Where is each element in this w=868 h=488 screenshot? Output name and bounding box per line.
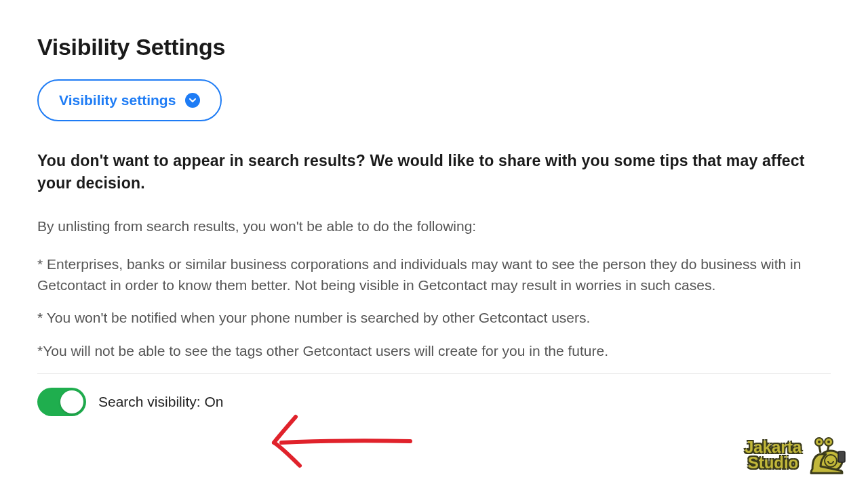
toggle-label-prefix: Search visibility: bbox=[98, 394, 204, 409]
search-visibility-toggle[interactable] bbox=[37, 388, 86, 416]
bullet-1: * Enterprises, banks or similar business… bbox=[37, 254, 831, 296]
watermark-text: Jakarta Studio bbox=[745, 440, 802, 471]
section-divider bbox=[37, 373, 831, 374]
prompt-heading: You don't want to appear in search resul… bbox=[37, 150, 831, 195]
chevron-down-icon bbox=[185, 93, 200, 108]
svg-point-1 bbox=[818, 441, 821, 443]
visibility-settings-dropdown[interactable]: Visibility settings bbox=[37, 79, 222, 121]
snail-mascot-icon bbox=[807, 435, 848, 476]
toggle-status: On bbox=[204, 394, 223, 409]
dropdown-label: Visibility settings bbox=[59, 92, 176, 108]
svg-point-3 bbox=[827, 441, 830, 443]
page-title: Visibility Settings bbox=[37, 34, 831, 60]
toggle-knob bbox=[60, 390, 83, 413]
svg-line-4 bbox=[819, 446, 821, 453]
watermark-line2: Studio bbox=[745, 455, 802, 471]
search-visibility-row: Search visibility: On bbox=[37, 388, 831, 416]
search-visibility-label: Search visibility: On bbox=[98, 394, 223, 410]
arrow-annotation bbox=[258, 410, 420, 474]
svg-rect-7 bbox=[838, 451, 845, 462]
bullet-3: *You will not be able to see the tags ot… bbox=[37, 341, 831, 361]
bullet-2: * You won't be notified when your phone … bbox=[37, 308, 831, 328]
intro-text: By unlisting from search results, you wo… bbox=[37, 216, 831, 237]
watermark: Jakarta Studio bbox=[745, 435, 848, 476]
